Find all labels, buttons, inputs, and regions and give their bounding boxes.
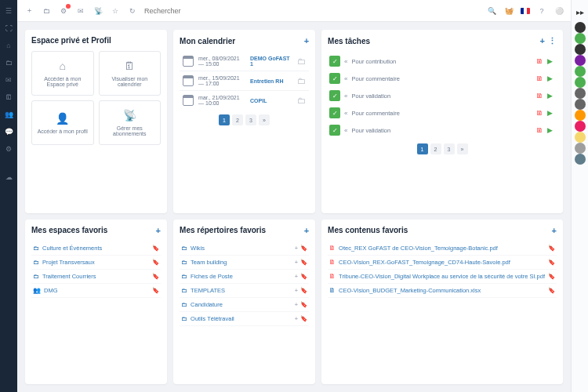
add-icon[interactable]: + (295, 273, 298, 280)
task-doc-icon[interactable]: 🗎 (536, 109, 544, 117)
search-input[interactable] (144, 7, 480, 15)
calendar-row[interactable]: mer., 08/09/2021 — 15:00 DEMO GoFAST 1 🗀 (180, 52, 309, 71)
task-play-icon[interactable]: ▶ (547, 126, 555, 134)
task-play-icon[interactable]: ▶ (547, 57, 555, 65)
calendar-icon[interactable]: 🗓 (4, 93, 13, 102)
task-doc-icon[interactable]: 🗎 (536, 92, 544, 100)
task-play-icon[interactable]: ▶ (547, 92, 555, 100)
dir-name[interactable]: Wikis (191, 245, 292, 252)
task-row[interactable]: ✓ « Pour validation 🗎 ▶ (328, 122, 557, 139)
task-row[interactable]: ✓ « Pour commentaire 🗎 ▶ (328, 70, 557, 87)
home-icon[interactable]: ⌂ (4, 41, 13, 50)
bookmark-icon[interactable]: 🔖 (548, 245, 555, 252)
folder-icon[interactable]: 🗀 (297, 76, 306, 85)
presence-avatar[interactable] (575, 110, 586, 121)
dir-name[interactable]: TEMPLATES (191, 287, 292, 294)
language-flag-fr[interactable] (521, 8, 530, 14)
notifications-icon[interactable]: ⚙ (58, 5, 69, 16)
task-menu-icon[interactable]: ⋮ (548, 36, 557, 46)
add-icon[interactable]: + (295, 301, 298, 308)
task-play-icon[interactable]: ▶ (547, 109, 555, 117)
dashboard-icon[interactable]: ⛶ (4, 24, 13, 33)
page-button[interactable]: 1 (417, 143, 428, 154)
mail-top-icon[interactable]: ✉ (75, 5, 86, 16)
space-name[interactable]: Traitement Courriers (42, 273, 149, 280)
content-row[interactable]: 🗎 CEO-Vision_REX-GoFAST_Temoignage_CD74-… (328, 256, 557, 270)
dir-name[interactable]: Fiches de Poste (191, 273, 292, 280)
add-icon[interactable]: + (295, 315, 298, 322)
presence-avatar[interactable] (575, 55, 586, 66)
dir-row[interactable]: 🗀 Wikis + 🔖 (180, 241, 309, 256)
add-icon[interactable]: + (295, 287, 298, 294)
page-button[interactable]: » (259, 114, 270, 125)
task-row[interactable]: ✓ « Pour commentaire 🗎 ▶ (328, 104, 557, 122)
presence-avatar[interactable] (575, 22, 586, 33)
menu-icon[interactable]: ☰ (4, 6, 13, 16)
presence-avatar[interactable] (575, 88, 586, 99)
bookmark-icon[interactable]: 🔖 (548, 273, 555, 280)
presence-avatar[interactable] (575, 33, 586, 44)
fast-forward-icon[interactable]: ▸▸ (575, 6, 586, 17)
space-name[interactable]: Culture et Évènements (42, 245, 149, 252)
page-button[interactable]: 1 (219, 114, 230, 125)
refresh-icon[interactable]: ↻ (127, 5, 138, 16)
space-row[interactable]: 🗀 Projet Transversaux 🔖 (31, 256, 161, 270)
bookmark-icon[interactable]: 🔖 (152, 273, 159, 280)
bookmark-icon[interactable]: 🔖 (152, 245, 159, 252)
add-icon[interactable]: + (295, 259, 298, 266)
dir-row[interactable]: 🗀 Team building + 🔖 (180, 256, 309, 270)
presence-avatar[interactable] (575, 66, 586, 77)
folder-icon[interactable]: 🗀 (4, 58, 13, 67)
settings-icon[interactable]: ⚙ (4, 144, 13, 154)
bookmark-icon[interactable]: 🔖 (300, 259, 307, 266)
basket-icon[interactable]: 🧺 (503, 5, 514, 16)
dir-name[interactable]: Outils Télétravail (191, 315, 292, 322)
presence-avatar[interactable] (575, 143, 586, 154)
add-icon[interactable]: + (295, 245, 298, 252)
folder-icon[interactable]: 🗀 (297, 96, 306, 105)
bookmark-icon[interactable]: 🔖 (300, 245, 307, 252)
task-doc-icon[interactable]: 🗎 (536, 126, 544, 134)
add-content-button[interactable]: + (552, 226, 557, 235)
space-row[interactable]: 🗀 Culture et Évènements 🔖 (31, 241, 161, 256)
cloud-icon[interactable]: ☁ (4, 172, 13, 182)
page-button[interactable]: 2 (430, 143, 441, 154)
dir-name[interactable]: Team building (191, 259, 292, 266)
content-name[interactable]: Tribune-CEO-Vision_Digital Workplace au … (339, 273, 545, 280)
users-icon[interactable]: 👥 (4, 110, 13, 119)
bookmark-icon[interactable]: 🔖 (548, 259, 555, 266)
presence-avatar[interactable] (575, 77, 586, 88)
content-row[interactable]: 🗎 Tribune-CEO-Vision_Digital Workplace a… (328, 270, 557, 284)
tile-private-space[interactable]: ⌂Accéder à mon Espace privé (31, 51, 94, 96)
add-task-button[interactable]: + (540, 36, 545, 46)
page-button[interactable]: 2 (232, 114, 243, 125)
content-row[interactable]: 🗎 CEO-Vision_BUDGET_Marketing-Communicat… (328, 284, 557, 298)
dir-name[interactable]: Candidature (191, 301, 292, 308)
bookmark-icon[interactable]: 🔖 (548, 287, 555, 294)
dir-row[interactable]: 🗀 TEMPLATES + 🔖 (180, 284, 309, 298)
chat-icon[interactable]: 💬 (4, 127, 13, 136)
bookmark-icon[interactable]: 🔖 (152, 259, 159, 266)
search-button-icon[interactable]: 🔍 (486, 5, 497, 16)
presence-avatar[interactable] (575, 44, 586, 55)
space-name[interactable]: Projet Transversaux (42, 259, 149, 266)
content-name[interactable]: Otec_REX GoFAST de CEO-Vision_Temoignage… (339, 245, 545, 252)
bookmark-icon[interactable]: 🔖 (300, 287, 307, 294)
dir-row[interactable]: 🗀 Fiches de Poste + 🔖 (180, 270, 309, 284)
task-row[interactable]: ✓ « Pour contribution 🗎 ▶ (328, 53, 557, 70)
space-name[interactable]: DMG (44, 287, 149, 294)
task-doc-icon[interactable]: 🗎 (536, 57, 544, 65)
star-icon[interactable]: ☆ (110, 5, 121, 16)
tile-calendar[interactable]: 🗓Visualiser mon calendrier (99, 51, 162, 96)
space-row[interactable]: 🗀 Traitement Courriers 🔖 (31, 270, 161, 284)
folder-open-icon[interactable]: 🗀 (41, 5, 52, 16)
space-row[interactable]: 👥 DMG 🔖 (31, 284, 161, 298)
presence-avatar[interactable] (575, 132, 586, 143)
task-play-icon[interactable]: ▶ (547, 74, 555, 82)
add-event-button[interactable]: + (304, 36, 309, 45)
task-doc-icon[interactable]: 🗎 (536, 74, 544, 82)
add-space-button[interactable]: + (156, 226, 161, 235)
folder-icon[interactable]: 🗀 (297, 56, 306, 66)
calendar-row[interactable]: mar., 21/09/2021 — 10:00 COPIL 🗀 (180, 91, 309, 110)
tile-profile[interactable]: 👤Accéder à mon profil (31, 100, 94, 145)
